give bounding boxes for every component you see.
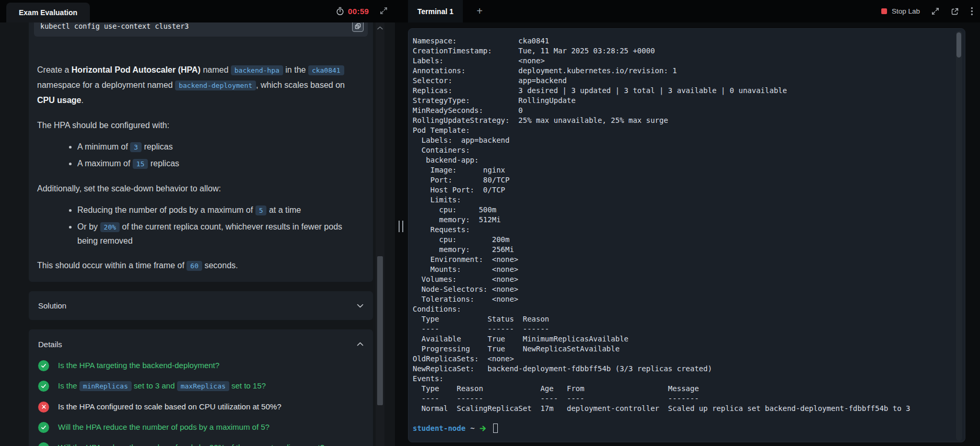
inline-code-badge: 60 — [186, 261, 202, 271]
solution-title: Solution — [38, 301, 66, 310]
tab-exam-evaluation[interactable]: Exam Evaluation — [6, 3, 90, 22]
text-segment: in the — [283, 65, 308, 74]
text-segment: replicas — [142, 142, 173, 151]
check-text: Will the HPA reduce the number of pods b… — [58, 442, 324, 446]
exam-tab-label: Exam Evaluation — [19, 8, 77, 17]
check-item: Is the HPA configured to scale based on … — [29, 401, 373, 413]
text-segment: A minimum of — [77, 142, 130, 151]
terminal-panel: Namespace: cka0841 CreationTimestamp: Tu… — [408, 22, 980, 446]
kebab-menu-icon[interactable] — [971, 7, 973, 16]
open-external-icon[interactable] — [951, 7, 959, 16]
terminal-cursor — [493, 424, 498, 433]
maximize-icon[interactable] — [931, 7, 939, 15]
terminal-window[interactable]: Namespace: cka0841 CreationTimestamp: Tu… — [408, 28, 965, 442]
replica-list: A minimum of 3 replicasA maximum of 15 r… — [37, 140, 365, 171]
prompt-arrow-icon — [480, 425, 487, 432]
top-bar: Exam Evaluation 00:59 Terminal 1 + Stop … — [0, 0, 980, 22]
scroll-up-icon[interactable] — [377, 26, 383, 30]
stopwatch-icon — [336, 7, 344, 16]
panel-divider[interactable] — [395, 22, 408, 446]
text-segment: A maximum of — [77, 159, 133, 168]
question-panel: kubectl config use-context cluster3 Crea… — [0, 22, 395, 446]
command-text: kubectl config use-context cluster3 — [40, 22, 189, 30]
task-intro: Create a Horizontal Pod Autoscaler (HPA)… — [37, 63, 365, 108]
inline-code-badge: backend-hpa — [231, 65, 283, 75]
checklist: Is the HPA targeting the backend-deploym… — [29, 360, 373, 446]
terminal-scrollbar[interactable] — [956, 31, 962, 441]
check-pass-icon — [38, 360, 49, 371]
terminal-output: Namespace: cka0841 CreationTimestamp: Tu… — [413, 36, 910, 414]
resize-grip-icon[interactable] — [399, 221, 403, 232]
text-segment: Horizontal Pod Autoscaler (HPA) — [72, 65, 201, 74]
details-section: Details Is the HPA targeting the backend… — [29, 329, 373, 446]
check-item: Will the HPA reduce the number of pods b… — [29, 442, 373, 446]
check-pass-icon — [38, 442, 49, 446]
prompt-path: ~ — [470, 424, 474, 432]
inline-code-badge: backend-deployment — [175, 81, 256, 90]
check-fail-icon — [38, 402, 49, 413]
timer-value: 00:59 — [348, 7, 369, 16]
check-pass-icon — [38, 381, 49, 392]
scrollbar-thumb[interactable] — [377, 256, 383, 405]
text-segment: , which scales based on — [256, 81, 345, 89]
check-text: Is the minReplicas set to 3 and maxRepli… — [58, 380, 266, 392]
task-configured-with: The HPA should be configured with: — [37, 118, 365, 133]
bullet-item: A maximum of 15 replicas — [77, 157, 365, 171]
text-segment: replicas — [148, 159, 179, 168]
check-item: Is the minReplicas set to 3 and maxRepli… — [29, 380, 373, 392]
inline-code-badge: 5 — [255, 205, 267, 215]
text-segment: CPU usage — [37, 96, 81, 105]
bullet-item: Or by 20% of the current replica count, … — [77, 220, 365, 248]
text-segment: . — [81, 96, 83, 105]
stop-lab-button[interactable]: Stop Lab — [881, 7, 920, 15]
text-segment: Will the HPA reduce the number of pods b… — [58, 443, 324, 446]
task-timeframe: This should occur within a time frame of… — [37, 258, 365, 273]
text-segment: set to 15? — [229, 381, 266, 390]
check-item: Will the HPA reduce the number of pods b… — [29, 421, 373, 433]
details-title: Details — [38, 340, 62, 349]
bullet-item: A minimum of 3 replicas — [77, 140, 365, 154]
timer: 00:59 — [336, 0, 369, 22]
text-segment: Is the — [58, 381, 79, 390]
text-segment: This should occur within a time frame of — [37, 261, 186, 270]
check-text: Is the HPA targeting the backend-deploym… — [58, 360, 219, 371]
expand-panel-icon[interactable] — [380, 7, 388, 15]
text-segment: Create a — [37, 65, 72, 74]
copy-icon[interactable] — [352, 22, 364, 32]
scaledown-list: Reducing the number of pods by a maximum… — [37, 203, 365, 248]
terminal-scrollbar-thumb[interactable] — [956, 32, 961, 58]
details-header[interactable]: Details — [29, 329, 373, 359]
inline-code-badge: cka0841 — [308, 65, 344, 75]
stop-lab-label: Stop Lab — [892, 7, 920, 15]
text-segment: at a time — [266, 205, 301, 214]
inline-code-badge: 20% — [100, 222, 120, 232]
check-item: Is the HPA targeting the backend-deploym… — [29, 360, 373, 371]
text-segment: Reducing the number of pods by a maximum… — [77, 205, 255, 214]
add-terminal-button[interactable]: + — [470, 0, 489, 22]
topbar-right-controls: Stop Lab — [881, 0, 980, 22]
text-segment: seconds. — [202, 261, 238, 270]
check-text: Will the HPA reduce the number of pods b… — [58, 421, 270, 433]
inline-code-badge: minReplicas — [79, 381, 132, 391]
prompt-host: student-node — [413, 424, 465, 432]
command-block[interactable]: kubectl config use-context cluster3 — [34, 22, 368, 37]
task-card: kubectl config use-context cluster3 Crea… — [29, 22, 373, 282]
chevron-down-icon — [357, 304, 364, 308]
chevron-up-icon — [357, 342, 364, 346]
check-pass-icon — [38, 422, 49, 433]
text-segment: Is the HPA targeting the backend-deploym… — [58, 361, 219, 370]
text-segment: namespace for a deployment named — [37, 81, 175, 89]
inline-code-badge: maxReplicas — [177, 381, 229, 391]
text-segment: named — [201, 65, 231, 74]
text-segment: set to 3 and — [132, 381, 177, 390]
question-scrollbar[interactable] — [376, 22, 384, 446]
terminal-tab-label: Terminal 1 — [417, 7, 453, 16]
text-segment: Or by — [77, 222, 100, 231]
terminal-prompt[interactable]: student-node ~ — [413, 424, 498, 433]
stop-icon — [881, 8, 887, 14]
check-text: Is the HPA configured to scale based on … — [58, 401, 281, 413]
solution-section[interactable]: Solution — [29, 291, 373, 320]
tab-terminal-1[interactable]: Terminal 1 — [408, 0, 463, 22]
question-content: kubectl config use-context cluster3 Crea… — [29, 22, 373, 446]
inline-code-badge: 3 — [130, 142, 142, 152]
